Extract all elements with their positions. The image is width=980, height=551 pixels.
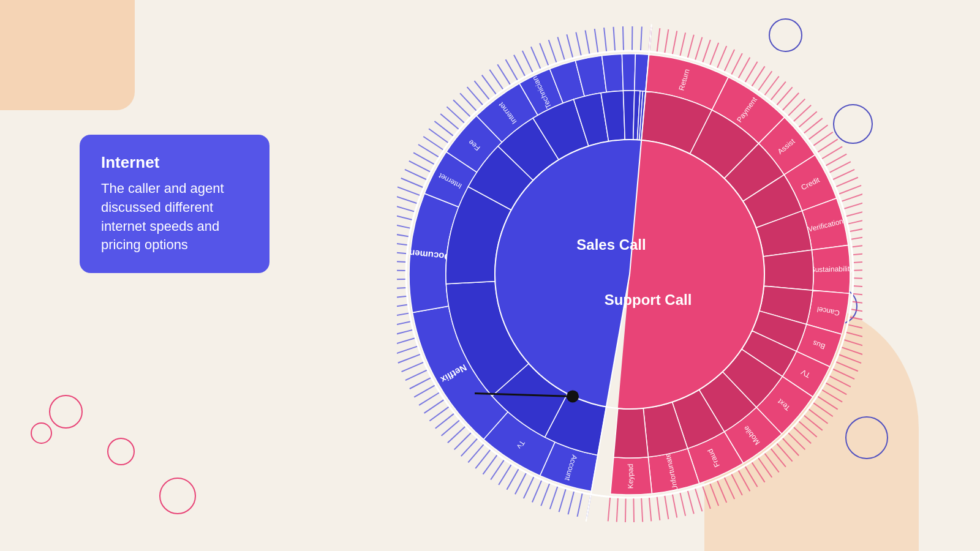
svg-line-129 — [851, 301, 862, 304]
svg-line-13 — [491, 459, 504, 479]
svg-line-70 — [540, 43, 548, 66]
svg-line-92 — [717, 46, 727, 69]
svg-line-159 — [717, 480, 727, 503]
svg-line-55 — [429, 129, 448, 143]
deco-circle-8 — [159, 478, 196, 514]
svg-line-75 — [585, 31, 589, 54]
svg-line-130 — [851, 309, 862, 313]
svg-line-113 — [832, 170, 854, 180]
svg-line-140 — [825, 383, 846, 394]
svg-line-74 — [576, 32, 581, 56]
svg-line-42 — [397, 242, 408, 245]
svg-line-69 — [531, 47, 541, 69]
svg-line-67 — [514, 55, 526, 77]
svg-line-65 — [497, 64, 510, 85]
svg-line-126 — [853, 278, 862, 279]
svg-line-172 — [617, 497, 618, 522]
sunburst-chart: generated by js below AccountTvNetflixDo… — [397, 23, 862, 528]
svg-line-73 — [567, 34, 573, 58]
sales-segment[interactable] — [622, 54, 635, 91]
svg-line-8 — [532, 480, 542, 503]
svg-line-31 — [397, 338, 415, 345]
svg-line-162 — [695, 488, 703, 511]
svg-line-128 — [853, 294, 862, 296]
svg-line-136 — [839, 354, 861, 363]
svg-line-90 — [703, 40, 710, 63]
svg-line-34 — [397, 313, 410, 317]
svg-line-94 — [731, 53, 742, 75]
svg-line-41 — [397, 252, 407, 254]
svg-line-24 — [419, 392, 440, 405]
svg-line-9 — [524, 476, 534, 498]
svg-line-44 — [397, 223, 411, 228]
svg-line-81 — [641, 26, 642, 51]
deco-circle-10 — [31, 422, 52, 444]
svg-line-10 — [515, 473, 526, 494]
svg-line-114 — [835, 178, 858, 187]
svg-line-158 — [724, 477, 734, 499]
svg-line-46 — [397, 205, 415, 212]
svg-line-120 — [849, 227, 862, 232]
svg-line-167 — [657, 496, 660, 520]
svg-line-68 — [522, 51, 533, 73]
svg-line-116 — [841, 193, 862, 201]
svg-line-28 — [402, 362, 424, 372]
svg-line-165 — [673, 493, 677, 517]
svg-line-5 — [559, 489, 566, 512]
support-inner-segment[interactable] — [614, 408, 648, 458]
svg-line-43 — [397, 233, 409, 237]
svg-line-49 — [401, 178, 424, 188]
svg-line-52 — [413, 152, 435, 165]
svg-line-87 — [680, 32, 685, 56]
svg-line-137 — [835, 362, 858, 372]
svg-line-53 — [418, 144, 439, 157]
svg-line-132 — [848, 324, 862, 330]
svg-line-25 — [414, 385, 435, 397]
svg-line-138 — [832, 369, 854, 379]
chart-svg: generated by js below AccountTvNetflixDo… — [397, 23, 862, 525]
svg-line-123 — [853, 253, 862, 255]
svg-line-48 — [398, 187, 420, 195]
svg-line-4 — [568, 491, 574, 515]
svg-line-71 — [549, 40, 557, 63]
svg-line-134 — [843, 340, 862, 347]
svg-line-157 — [731, 473, 742, 495]
svg-line-50 — [405, 170, 427, 180]
svg-line-131 — [849, 317, 862, 322]
svg-line-169 — [641, 497, 643, 522]
svg-line-27 — [405, 370, 428, 380]
deco-circle-9 — [49, 395, 83, 429]
svg-line-84 — [657, 28, 660, 53]
svg-line-95 — [738, 58, 750, 79]
sales-center-label: Sales Call — [576, 236, 646, 253]
svg-text:Keypad: Keypad — [626, 464, 635, 489]
svg-line-160 — [710, 483, 718, 506]
deco-circle-7 — [107, 438, 135, 465]
svg-line-33 — [397, 321, 411, 326]
svg-line-14 — [483, 454, 498, 474]
svg-line-38 — [397, 279, 406, 280]
svg-line-85 — [665, 29, 668, 54]
svg-line-164 — [680, 492, 685, 516]
svg-line-88 — [687, 35, 693, 59]
svg-line-22 — [429, 407, 449, 421]
info-card: Internet The caller and agent discussed … — [80, 135, 270, 273]
svg-line-122 — [851, 244, 862, 247]
svg-line-166 — [665, 495, 668, 520]
svg-line-139 — [829, 376, 851, 387]
svg-line-77 — [604, 28, 606, 52]
svg-line-119 — [848, 219, 862, 224]
sales-inner-segment[interactable] — [624, 91, 635, 140]
svg-line-7 — [541, 483, 549, 506]
svg-line-11 — [507, 468, 519, 490]
support-inner-segment[interactable] — [763, 250, 813, 290]
info-card-description: The caller and agent discussed different… — [101, 179, 248, 255]
svg-line-111 — [825, 154, 846, 166]
svg-line-45 — [397, 214, 413, 220]
svg-line-47 — [397, 196, 418, 204]
svg-line-117 — [843, 202, 862, 209]
svg-line-79 — [623, 26, 624, 51]
svg-line-54 — [423, 137, 443, 150]
svg-line-78 — [614, 27, 616, 51]
svg-line-161 — [703, 485, 710, 509]
